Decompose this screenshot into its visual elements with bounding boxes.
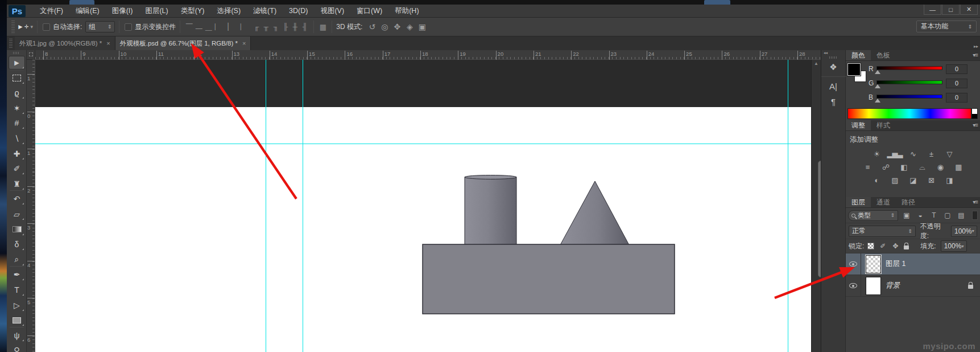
blur-tool[interactable]: δ <box>9 238 25 251</box>
align-right-edges-icon[interactable]: ⎹ <box>233 23 242 31</box>
brush-tool[interactable]: ✐ <box>9 162 25 175</box>
properties-panel-icon[interactable]: ❖ <box>825 60 842 74</box>
close-button[interactable]: ✕ <box>960 5 978 15</box>
tab-color[interactable]: 颜色 <box>846 50 871 60</box>
crop-tool[interactable]: # <box>9 116 25 130</box>
visibility-cell[interactable] <box>846 275 861 296</box>
dodge-tool[interactable]: ⌕ <box>9 253 25 267</box>
color-balance-icon[interactable]: ☍ <box>879 162 892 172</box>
close-tab-icon[interactable]: × <box>242 40 246 47</box>
brightness-contrast-icon[interactable]: ☀ <box>870 149 883 159</box>
invert-icon[interactable]: ◐ <box>870 175 883 185</box>
photo-filter-icon[interactable]: ⌓ <box>916 162 929 172</box>
horizontal-ruler[interactable]: 8910111213141516171819202122232425262728 <box>35 50 821 60</box>
levels-icon[interactable]: ▂▅▃ <box>888 149 902 159</box>
green-value-field[interactable]: 0 <box>946 79 967 88</box>
maximize-button[interactable]: □ <box>942 5 960 15</box>
color-spectrum-ramp[interactable] <box>847 108 971 119</box>
type-tool[interactable]: T <box>9 283 25 297</box>
rectangle-tool[interactable] <box>9 313 25 327</box>
green-slider[interactable] <box>876 80 942 84</box>
lock-all-icon[interactable] <box>904 245 909 249</box>
tab-layers[interactable]: 图层 <box>846 197 871 207</box>
color-lookup-icon[interactable]: ▦ <box>952 162 965 172</box>
layer-name[interactable]: 背景 <box>886 281 900 290</box>
move-tool[interactable]: ► <box>9 56 25 69</box>
menu-item-1[interactable]: 编辑(E) <box>69 6 106 16</box>
hue-saturation-icon[interactable]: ≡ <box>861 162 874 172</box>
character-panel-icon[interactable]: A| <box>825 79 842 93</box>
distribute-horizontal-centers-icon[interactable]: ╫ <box>290 23 300 31</box>
filter-smart-objects-icon[interactable]: ▤ <box>957 211 966 219</box>
zoom-tool[interactable]: ⚲ <box>9 343 25 352</box>
panel-menu-icon[interactable]: ▾≡ <box>973 199 978 205</box>
filter-shape-layers-icon[interactable]: ▢ <box>943 211 952 219</box>
menu-item-5[interactable]: 选择(S) <box>210 6 247 16</box>
layer-row-layer-1[interactable]: 图层 1 <box>846 253 980 275</box>
tabbar-grip[interactable] <box>9 39 13 48</box>
filter-type-layers-icon[interactable]: T <box>929 211 938 219</box>
exposure-icon[interactable]: ± <box>925 149 938 159</box>
collapse-dock-icon[interactable]: ◂◂ <box>821 50 845 55</box>
curves-icon[interactable]: ∿ <box>907 149 920 159</box>
red-slider-thumb[interactable] <box>875 70 880 74</box>
black-white-icon[interactable]: ◧ <box>898 162 911 172</box>
guide-horizontal[interactable] <box>35 144 811 144</box>
channel-mixer-icon[interactable]: ◉ <box>934 162 947 172</box>
menu-item-9[interactable]: 窗口(W) <box>350 6 388 16</box>
document-tab-2[interactable]: 外观模板.psd @ 66.7%(图层 1, RGB/8) * × <box>115 36 251 50</box>
menu-item-10[interactable]: 帮助(H) <box>388 6 425 16</box>
layer-thumbnail[interactable] <box>866 277 881 295</box>
guide-vertical[interactable] <box>303 60 303 352</box>
rectangular-marquee-tool[interactable] <box>9 71 25 85</box>
auto-select-dropdown[interactable]: 组 ⇕ <box>85 21 115 32</box>
3d-roll-icon[interactable]: ◎ <box>378 22 391 31</box>
history-brush-tool[interactable]: ↶ <box>9 192 25 206</box>
close-tab-icon[interactable]: × <box>106 40 110 47</box>
lasso-tool[interactable]: ϱ <box>9 86 25 100</box>
vertical-ruler[interactable]: 10123456 <box>27 60 35 352</box>
3d-drag-icon[interactable]: ✥ <box>391 22 403 31</box>
canvas-area[interactable] <box>35 60 811 352</box>
selective-color-icon[interactable]: ◨ <box>943 175 956 185</box>
menu-item-0[interactable]: 文件(F) <box>34 6 69 16</box>
minimize-button[interactable]: — <box>924 5 941 15</box>
guide-vertical[interactable] <box>788 60 788 352</box>
options-grip[interactable] <box>11 21 15 33</box>
red-value-field[interactable]: 0 <box>946 64 967 74</box>
layer-filter-toggle[interactable] <box>972 211 978 220</box>
paragraph-panel-icon[interactable]: ¶ <box>825 95 842 108</box>
magic-wand-tool[interactable]: ✶ <box>9 101 25 115</box>
align-left-edges-icon[interactable]: ⎸ <box>213 23 223 31</box>
align-top-edges-icon[interactable]: ⎺ <box>184 23 194 31</box>
fill-field[interactable]: 100% ▾ <box>941 240 967 252</box>
distribute-right-edges-icon[interactable]: ╢ <box>300 23 309 31</box>
lock-transparency-icon[interactable] <box>867 243 874 249</box>
clone-stamp-tool[interactable]: ♜ <box>9 177 25 191</box>
align-bottom-edges-icon[interactable]: ⎽ <box>204 23 213 31</box>
vibrance-icon[interactable]: ▽ <box>943 149 956 159</box>
filter-pixel-layers-icon[interactable]: ▣ <box>902 211 911 219</box>
menu-item-8[interactable]: 视图(V) <box>314 6 350 16</box>
align-horizontal-centers-icon[interactable]: ⎮ <box>223 23 233 31</box>
layer-name[interactable]: 图层 1 <box>886 259 905 269</box>
menu-item-2[interactable]: 图像(I) <box>106 6 139 16</box>
tab-adjustments[interactable]: 调整 <box>846 120 871 130</box>
align-vertical-centers-icon[interactable]: ⎼ <box>194 23 204 31</box>
panel-menu-icon[interactable]: ▾≡ <box>973 52 978 58</box>
eraser-tool[interactable]: ▱ <box>9 207 25 221</box>
layer-filter-type-dropdown[interactable]: 类型 ⇕ <box>848 210 898 221</box>
vertical-scrollbar[interactable]: ▲ <box>811 60 821 352</box>
layer-row-background[interactable]: 背景 <box>846 275 980 297</box>
gradient-map-icon[interactable]: ⊠ <box>925 175 938 185</box>
threshold-icon[interactable]: ◪ <box>907 175 920 185</box>
3d-rotate-icon[interactable]: ↺ <box>366 22 378 31</box>
gradient-tool[interactable] <box>9 223 25 236</box>
spot-healing-brush-tool[interactable]: ✚ <box>9 147 25 161</box>
show-transform-checkbox[interactable] <box>125 23 132 31</box>
distribute-top-edges-icon[interactable]: ╓ <box>251 23 261 31</box>
lock-position-icon[interactable]: ✥ <box>891 242 899 250</box>
menu-item-7[interactable]: 3D(D) <box>283 7 314 15</box>
tab-channels[interactable]: 通道 <box>871 197 896 207</box>
blue-slider[interactable] <box>876 95 942 99</box>
